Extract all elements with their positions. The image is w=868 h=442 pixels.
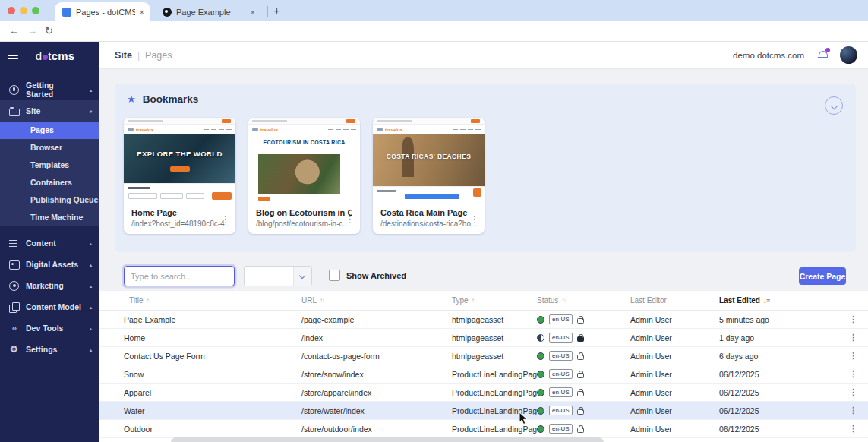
bookmarks-title: Bookmarks bbox=[143, 93, 199, 105]
column-header-url[interactable]: URL↑↓ bbox=[301, 296, 452, 305]
logo-dot bbox=[43, 55, 48, 60]
row-menu-icon[interactable]: ⋮ bbox=[840, 369, 868, 379]
bookmark-card-home-page[interactable]: travelux EXPLORE THE WORLD Home Page /in… bbox=[124, 118, 235, 234]
chevron-up-icon[interactable]: ▴ bbox=[90, 262, 92, 267]
sidebar-item-browser[interactable]: Browser bbox=[0, 139, 99, 156]
bookmark-menu-icon[interactable]: ⋮ bbox=[221, 214, 230, 225]
tab-close-icon[interactable]: × bbox=[140, 8, 144, 17]
current-site-host[interactable]: demo.dotcms.com bbox=[733, 51, 804, 60]
bookmark-title[interactable]: Costa Rica Main Page bbox=[380, 208, 477, 217]
bookmark-card-blog-ecotourism[interactable]: travelux ECOTOURISM IN COSTA RICA Blog o… bbox=[248, 118, 360, 234]
chevron-up-icon[interactable]: ▴ bbox=[90, 347, 92, 352]
sidebar-item-site[interactable]: Site ▾ bbox=[0, 100, 99, 122]
bookmark-menu-icon[interactable]: ⋮ bbox=[470, 214, 479, 225]
row-menu-icon[interactable]: ⋮ bbox=[840, 424, 868, 434]
chevron-up-icon[interactable]: ▴ bbox=[90, 326, 92, 331]
user-avatar[interactable] bbox=[840, 46, 857, 64]
sidebar-item-content[interactable]: Content ▴ bbox=[0, 232, 99, 254]
window-minimize-button[interactable] bbox=[20, 7, 27, 14]
bookmark-path: /index?host_id=48190c8c-4... bbox=[131, 219, 228, 228]
chevron-down-icon[interactable]: ▾ bbox=[90, 109, 92, 114]
column-header-last-editor[interactable]: Last Editor bbox=[630, 296, 719, 305]
thumbnail-navbar: travelux bbox=[373, 125, 485, 134]
table-row[interactable]: Snow /store/snow/index ProductLineLandin… bbox=[99, 365, 868, 384]
hero-image: EXPLORE THE WORLD bbox=[124, 134, 235, 183]
row-menu-icon[interactable]: ⋮ bbox=[840, 333, 868, 343]
language-select[interactable] bbox=[244, 266, 312, 286]
travelux-cloud-icon bbox=[252, 128, 258, 131]
bookmark-title[interactable]: Blog on Ecotourism in Cost... bbox=[256, 208, 352, 217]
forward-icon[interactable]: → bbox=[27, 25, 37, 36]
last-editor: Admin User bbox=[630, 388, 719, 397]
bookmarks-collapse-button[interactable] bbox=[825, 96, 843, 115]
sidebar-item-marketing[interactable]: Marketing ▴ bbox=[0, 275, 99, 296]
table-row[interactable]: Home /index htmlpageasset en-US Admin Us… bbox=[99, 329, 868, 347]
bookmark-title[interactable]: Home Page bbox=[131, 208, 228, 217]
page-thumbnail: travelux COSTA RICAS' BEACHES bbox=[373, 118, 485, 203]
sidebar-item-publishing-queue[interactable]: Publishing Queue bbox=[0, 191, 99, 209]
sort-desc-icon[interactable]: ↓≡ bbox=[763, 297, 770, 305]
page-title[interactable]: Contact Us Page Form bbox=[124, 352, 301, 361]
chevron-up-icon[interactable]: ▴ bbox=[90, 87, 92, 93]
sort-icon[interactable]: ↑↓ bbox=[147, 297, 150, 304]
tab-close-icon[interactable]: × bbox=[251, 8, 255, 17]
show-archived-checkbox[interactable] bbox=[329, 270, 340, 281]
sidebar-item-getting-started[interactable]: Getting Started ▴ bbox=[0, 79, 99, 100]
sidebar-item-containers[interactable]: Containers bbox=[0, 174, 99, 191]
sidebar-item-dev-tools[interactable]: ‹·› Dev Tools ▴ bbox=[0, 317, 99, 339]
page-title[interactable]: Home bbox=[124, 333, 301, 343]
sidebar-item-content-model[interactable]: Content Model ▴ bbox=[0, 296, 99, 317]
page-title[interactable]: Apparel bbox=[124, 388, 301, 397]
row-menu-icon[interactable]: ⋮ bbox=[840, 387, 868, 397]
notifications-bell-icon[interactable] bbox=[818, 51, 828, 60]
reload-icon[interactable]: ↻ bbox=[45, 25, 53, 36]
row-menu-icon[interactable]: ⋮ bbox=[840, 314, 868, 324]
column-header-status[interactable]: Status↑↓ bbox=[537, 296, 630, 305]
table-row[interactable]: Outdoor /store/outdoor/index ProductLine… bbox=[99, 420, 868, 438]
back-icon[interactable]: ← bbox=[9, 25, 19, 36]
chevron-up-icon[interactable]: ▴ bbox=[90, 305, 92, 310]
sidebar-item-settings[interactable]: ⚙ Settings ▴ bbox=[0, 339, 99, 360]
page-url: /index bbox=[301, 333, 452, 343]
sidebar-item-templates[interactable]: Templates bbox=[0, 156, 99, 174]
search-input[interactable] bbox=[124, 266, 235, 286]
column-header-last-edited[interactable]: Last Edited↓≡ bbox=[719, 296, 840, 305]
notification-badge bbox=[825, 48, 830, 52]
column-header-type[interactable]: Type↑↓ bbox=[452, 296, 537, 305]
bookmark-menu-icon[interactable]: ⋮ bbox=[346, 214, 355, 225]
travelux-cloud-icon bbox=[377, 128, 383, 131]
page-title[interactable]: Snow bbox=[124, 370, 301, 379]
table-row[interactable]: Contact Us Page Form /contact-us-page-fo… bbox=[99, 347, 868, 365]
browser-tab-active[interactable]: Pages - dotCMS Content Ma × bbox=[55, 2, 150, 21]
new-tab-button[interactable]: + bbox=[273, 4, 280, 17]
window-close-button[interactable] bbox=[8, 7, 15, 14]
row-menu-icon[interactable]: ⋮ bbox=[840, 351, 868, 361]
sidebar-item-time-machine[interactable]: Time Machine bbox=[0, 209, 99, 226]
lock-icon bbox=[577, 373, 584, 378]
sidebar-item-digital-assets[interactable]: Digital Assets ▴ bbox=[0, 254, 99, 275]
row-menu-icon[interactable]: ⋮ bbox=[840, 406, 868, 415]
page-type: ProductLineLandingPage bbox=[452, 388, 537, 397]
booking-bar bbox=[124, 183, 235, 203]
table-row[interactable]: Apparel /store/apparel/index ProductLine… bbox=[99, 384, 868, 402]
bookmark-card-costa-rica[interactable]: travelux COSTA RICAS' BEACHES Costa Rica… bbox=[373, 118, 485, 234]
table-row-hovered[interactable]: Water /store/water/index ProductLineLand… bbox=[99, 402, 868, 420]
breadcrumb-separator: | bbox=[137, 50, 140, 61]
horizontal-scrollbar[interactable] bbox=[171, 437, 604, 442]
sort-icon[interactable]: ↑↓ bbox=[472, 297, 475, 304]
sort-icon[interactable]: ↑↓ bbox=[561, 297, 565, 304]
sort-icon[interactable]: ↑↓ bbox=[320, 297, 324, 304]
sidebar-item-pages[interactable]: Pages bbox=[0, 122, 99, 139]
breadcrumb-site[interactable]: Site bbox=[115, 50, 132, 61]
column-header-title[interactable]: Title↑↓ bbox=[124, 296, 301, 305]
hamburger-menu-icon[interactable] bbox=[8, 52, 18, 60]
browser-tab-inactive[interactable]: Page Example × bbox=[155, 2, 261, 21]
window-zoom-button[interactable] bbox=[32, 7, 39, 14]
chevron-up-icon[interactable]: ▴ bbox=[90, 241, 92, 246]
page-title[interactable]: Page Example bbox=[124, 315, 301, 324]
create-page-button[interactable]: Create Page bbox=[799, 267, 846, 285]
page-title[interactable]: Outdoor bbox=[124, 425, 301, 434]
page-title[interactable]: Water bbox=[124, 406, 301, 415]
table-row[interactable]: Page Example /page-example htmlpageasset… bbox=[99, 311, 868, 329]
chevron-up-icon[interactable]: ▴ bbox=[90, 283, 92, 289]
